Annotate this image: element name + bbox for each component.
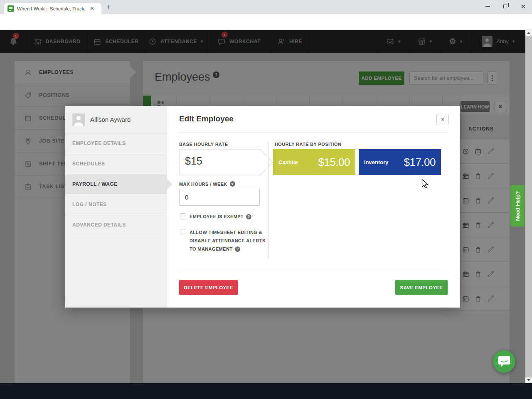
window-minimize-button[interactable] bbox=[480, 0, 495, 12]
edit-employee-modal: Allison Ayward EMPLOYEE DETAILS SCHEDULE… bbox=[65, 106, 460, 308]
modal-tab-advanced-details[interactable]: ADVANCED DETAILS bbox=[65, 215, 167, 235]
browser-toolbar: appx.wheniwork.com/employees/ ☆ A bbox=[0, 14, 532, 30]
exempt-checkbox[interactable] bbox=[180, 213, 186, 219]
minimize-icon bbox=[485, 6, 490, 7]
help-icon[interactable]: ? bbox=[235, 246, 240, 252]
modal-tab-log-notes[interactable]: LOG / NOTES bbox=[65, 195, 167, 215]
scroll-up-arrow[interactable] bbox=[527, 32, 530, 34]
wheniwork-favicon bbox=[7, 5, 14, 12]
close-icon: ✕ bbox=[521, 3, 526, 10]
modal-side-panel: Allison Ayward EMPLOYEE DETAILS SCHEDULE… bbox=[65, 106, 167, 308]
window-restore-button[interactable] bbox=[498, 0, 512, 12]
windows-taskbar bbox=[0, 383, 532, 399]
person-silhouette-icon bbox=[72, 113, 85, 126]
page-scrollbar[interactable] bbox=[525, 30, 532, 383]
position-name: Cashier bbox=[278, 159, 298, 165]
timesheet-label: ALLOW TIMESHEET EDITING & DISABLE ATTEND… bbox=[190, 228, 266, 253]
modal-title: Edit Employee bbox=[179, 114, 234, 123]
modal-tab-schedules[interactable]: SCHEDULES bbox=[65, 154, 167, 174]
browser-titlebar: When I Work :: Schedule, Track, C ✕ + ✕ bbox=[0, 0, 532, 14]
help-icon[interactable]: ? bbox=[246, 214, 251, 219]
chat-smile-icon bbox=[498, 356, 510, 368]
tab-close-icon[interactable]: ✕ bbox=[90, 5, 94, 12]
new-tab-button[interactable]: + bbox=[106, 2, 111, 12]
max-hours-label: MAX HOURS / WEEK? bbox=[179, 181, 235, 187]
exempt-label: EMPLOYEE IS EXEMPT? bbox=[190, 212, 251, 221]
need-help-tab[interactable]: Need Help? bbox=[510, 185, 525, 227]
mouse-cursor bbox=[421, 179, 429, 192]
employee-header: Allison Ayward bbox=[65, 106, 167, 133]
modal-tab-payroll-wage[interactable]: PAYROLL / WAGE bbox=[65, 174, 167, 195]
screen: When I Work :: Schedule, Track, C ✕ + ✕ … bbox=[0, 0, 532, 399]
scrollbar-thumb[interactable] bbox=[525, 36, 532, 377]
timesheet-checkbox[interactable] bbox=[180, 229, 186, 235]
position-rate-inventory: Inventory $17.00 bbox=[359, 149, 441, 175]
browser-tab[interactable]: When I Work :: Schedule, Track, C ✕ bbox=[4, 3, 101, 14]
employee-name: Allison Ayward bbox=[90, 116, 131, 123]
help-icon[interactable]: ? bbox=[230, 181, 235, 187]
position-rate-cashier: Cashier $15.00 bbox=[273, 149, 355, 175]
position-rate: $15.00 bbox=[318, 156, 350, 169]
position-rate-label: HOURLY RATE BY POSITION bbox=[275, 142, 341, 147]
window-close-button[interactable]: ✕ bbox=[516, 0, 530, 12]
delete-employee-button[interactable]: DELETE EMPLOYEE bbox=[179, 280, 238, 295]
save-employee-button[interactable]: SAVE EMPLOYEE bbox=[395, 280, 448, 295]
max-hours-input[interactable] bbox=[179, 189, 260, 206]
modal-close-button[interactable]: ✖ bbox=[436, 114, 449, 125]
chat-launcher-button[interactable] bbox=[493, 350, 515, 373]
base-rate-label: BASE HOURLY RATE bbox=[179, 142, 228, 147]
scroll-down-arrow[interactable] bbox=[527, 379, 530, 381]
base-rate-input[interactable]: $15 bbox=[185, 155, 202, 167]
employee-avatar bbox=[72, 113, 85, 126]
position-name: Inventory bbox=[364, 159, 389, 165]
modal-tab-employee-details[interactable]: EMPLOYEE DETAILS bbox=[65, 133, 167, 154]
restore-icon bbox=[503, 5, 507, 8]
tab-title: When I Work :: Schedule, Track, C bbox=[17, 6, 87, 11]
position-rate: $17.00 bbox=[404, 156, 436, 169]
